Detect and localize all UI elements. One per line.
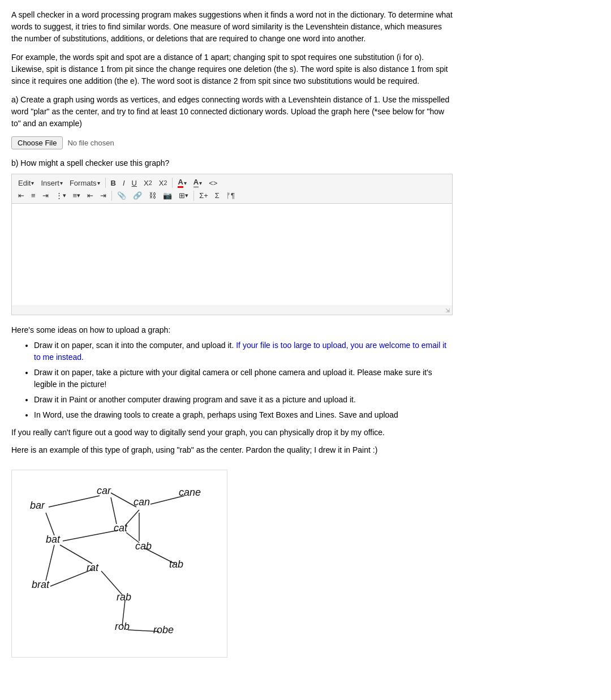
toolbar-row-2: ⇤ ≡ ⇥ ⋮▾ ≡▾ ⇤ ⇥ 📎 🔗 ⛓ 📷 ⊞▾ [15, 190, 449, 201]
formats-menu-button[interactable]: Formats ▾ [67, 178, 103, 188]
editor-toolbar: Edit ▾ Insert ▾ Formats ▾ B I U X2 X2 [12, 174, 452, 204]
node-bat: bat [46, 534, 61, 545]
edge-car-can [111, 493, 136, 507]
editor-body[interactable] [12, 204, 452, 306]
align-left-button[interactable]: ⇤ [15, 190, 27, 201]
insert-menu-button[interactable]: Insert ▾ [38, 178, 66, 188]
align-center-button[interactable]: ≡ [28, 190, 38, 201]
background-color-button[interactable]: A ▾ [191, 177, 205, 189]
node-bar: bar [30, 500, 45, 511]
ideas-intro: Here's some ideas on how to upload a gra… [11, 324, 453, 336]
graph-image-container: bar car can cane cat cab bat rat brat ta… [11, 470, 227, 658]
node-brat: brat [32, 579, 50, 590]
part-a-label: a) Create a graph using words as vertice… [11, 94, 453, 130]
sum-plus-button[interactable]: Σ+ [196, 190, 211, 201]
sum-button[interactable]: Σ [212, 190, 222, 201]
ideas-list: Draw it on paper, scan it into the compu… [34, 340, 453, 421]
align-right-button[interactable]: ⇥ [40, 190, 51, 201]
intro-para1: A spell checker in a word processing pro… [11, 9, 453, 45]
edge-car-cat [111, 497, 117, 524]
edge-bar-bat [46, 513, 54, 535]
unordered-list-button[interactable]: ⋮▾ [53, 190, 69, 201]
edge-bar-car [49, 496, 100, 507]
list-item: Draw it on paper, take a picture with yo… [34, 367, 453, 390]
node-rob: rob [115, 621, 130, 632]
file-status-label: No file chosen [67, 139, 114, 147]
rich-text-editor: Edit ▾ Insert ▾ Formats ▾ B I U X2 X2 [11, 174, 453, 315]
node-cab: cab [135, 540, 152, 552]
part-b-label: b) How might a spell checker use this gr… [11, 157, 453, 169]
unlink-button[interactable]: ⛓ [146, 190, 159, 201]
edit-menu-button[interactable]: Edit ▾ [15, 178, 37, 188]
node-rab: rab [117, 591, 131, 603]
node-car: car [97, 485, 111, 496]
edge-bat-rat [60, 545, 92, 564]
subscript-button[interactable]: X2 [141, 178, 155, 188]
separator-2 [172, 178, 173, 188]
font-color-button[interactable]: A ▾ [175, 177, 189, 189]
drop-off-note: If you really can't figure out a good wa… [11, 427, 453, 439]
superscript-button[interactable]: X2 [156, 178, 170, 188]
list-item: Draw it in Paint or another computer dra… [34, 394, 453, 406]
resize-handle: ⇲ [12, 306, 452, 315]
edge-bat-cat [63, 530, 118, 541]
edge-bat-brat [46, 545, 54, 581]
node-rat: rat [87, 562, 99, 573]
indent-increase-button[interactable]: ⇥ [97, 190, 109, 201]
separator-4 [193, 191, 194, 201]
list-item: Draw it on paper, scan it into the compu… [34, 340, 453, 363]
indent-decrease-button[interactable]: ⇤ [84, 190, 96, 201]
table-button[interactable]: ⊞▾ [176, 190, 191, 201]
node-cat: cat [114, 522, 128, 534]
image-button[interactable]: 📷 [160, 190, 175, 201]
node-tab: tab [169, 559, 183, 570]
italic-button[interactable]: I [120, 178, 128, 188]
graph-svg: bar car can cane cat cab bat rat brat ta… [18, 476, 221, 651]
code-button[interactable]: <> [206, 178, 220, 188]
example-note: Here is an example of this type of graph… [11, 444, 453, 456]
toolbar-row-1: Edit ▾ Insert ▾ Formats ▾ B I U X2 X2 [15, 177, 449, 189]
bold-button[interactable]: B [108, 178, 119, 188]
intro-para2: For example, the words spit and spot are… [11, 51, 453, 87]
node-robe: robe [153, 624, 174, 635]
node-cane: cane [179, 487, 201, 498]
ideas-section: Here's some ideas on how to upload a gra… [11, 324, 453, 456]
underline-button[interactable]: U [129, 178, 140, 188]
separator-3 [111, 191, 112, 201]
separator-1 [105, 178, 106, 188]
node-can: can [134, 496, 150, 508]
file-upload-row: Choose File No file chosen [11, 136, 453, 149]
list-item: In Word, use the drawing tools to create… [34, 409, 453, 421]
link-button[interactable]: 🔗 [130, 190, 145, 201]
ordered-list-button[interactable]: ≡▾ [70, 190, 84, 201]
special-chars-button[interactable]: ᚠ¶ [223, 190, 238, 201]
choose-file-button[interactable]: Choose File [11, 136, 63, 149]
attach-button[interactable]: 📎 [114, 190, 129, 201]
